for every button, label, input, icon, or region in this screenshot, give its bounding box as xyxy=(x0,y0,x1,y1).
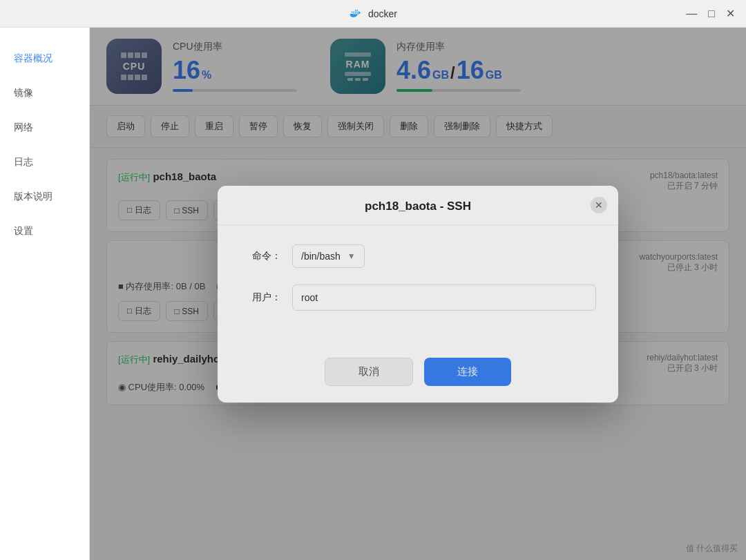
command-row: 命令： /bin/bash ▼ xyxy=(240,244,596,268)
sidebar-item-images[interactable]: 镜像 xyxy=(0,76,89,110)
maximize-button[interactable]: □ xyxy=(708,8,715,20)
sidebar-item-logs[interactable]: 日志 xyxy=(0,145,89,180)
command-select[interactable]: /bin/bash ▼ xyxy=(292,244,365,268)
watermark: 值 什么值得买 xyxy=(686,543,738,554)
modal-overlay: pch18_baota - SSH ✕ 命令： /bin/bash ▼ 用户： xyxy=(90,28,746,560)
close-button[interactable]: ✕ xyxy=(726,7,735,20)
modal-close-button[interactable]: ✕ xyxy=(591,197,607,213)
docker-icon xyxy=(349,7,363,21)
content-area: CPU CPU使用率 16% xyxy=(90,28,746,560)
user-input[interactable] xyxy=(292,284,596,311)
sidebar-item-version[interactable]: 版本说明 xyxy=(0,180,89,214)
sidebar-item-containers[interactable]: 容器概况 xyxy=(0,41,89,76)
window-controls: — □ ✕ xyxy=(686,0,735,27)
connect-button[interactable]: 连接 xyxy=(424,358,511,386)
command-value: /bin/bash xyxy=(301,251,341,262)
modal-body: 命令： /bin/bash ▼ 用户： xyxy=(218,225,618,347)
user-row: 用户： xyxy=(240,284,596,311)
titlebar-title: docker xyxy=(349,7,397,21)
titlebar: docker — □ ✕ xyxy=(0,0,746,28)
modal-footer: 取消 连接 xyxy=(218,347,618,403)
ssh-modal: pch18_baota - SSH ✕ 命令： /bin/bash ▼ 用户： xyxy=(218,186,618,403)
sidebar-item-network[interactable]: 网络 xyxy=(0,110,89,145)
chevron-down-icon: ▼ xyxy=(347,251,356,261)
modal-title: pch18_baota - SSH xyxy=(365,200,471,213)
cancel-button[interactable]: 取消 xyxy=(325,358,413,386)
sidebar-item-settings[interactable]: 设置 xyxy=(0,214,89,249)
app-title: docker xyxy=(368,8,397,19)
main-layout: 容器概况 镜像 网络 日志 版本说明 设置 xyxy=(0,28,746,560)
sidebar: 容器概况 镜像 网络 日志 版本说明 设置 xyxy=(0,28,90,560)
minimize-button[interactable]: — xyxy=(686,8,697,20)
modal-header: pch18_baota - SSH xyxy=(218,186,618,225)
command-label: 命令： xyxy=(240,250,281,262)
user-label: 用户： xyxy=(240,291,281,304)
